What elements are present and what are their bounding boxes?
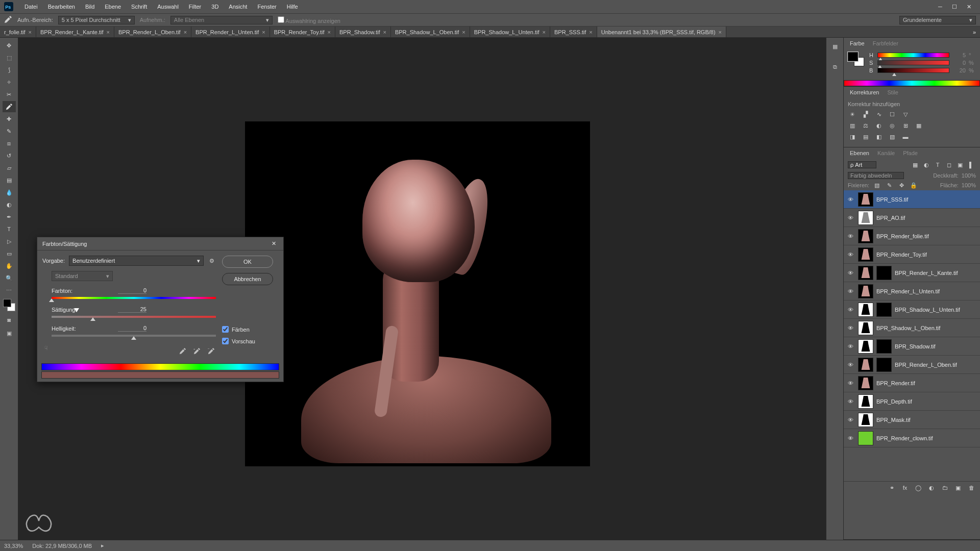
screen-mode-button[interactable]: ▣ [4,329,15,338]
layer-row[interactable]: 👁BPR_Render_clown.tif [844,429,980,447]
selective-color-icon[interactable]: ▧ [888,133,897,141]
saturation-value[interactable]: 25 [118,306,146,313]
menu-auswahl[interactable]: Auswahl [152,4,184,10]
layer-thumbnail[interactable] [858,358,873,372]
h-slider[interactable] [877,53,949,58]
blur-tool[interactable]: 💧 [3,187,16,198]
curves-icon[interactable]: ∿ [874,110,884,118]
lightness-value[interactable]: 0 [118,325,146,332]
menu-datei[interactable]: Datei [19,4,43,10]
channel-mixer-icon[interactable]: ⊞ [901,121,910,130]
path-tool[interactable]: ▷ [3,236,16,247]
tab-layers[interactable]: Ebenen [846,149,873,157]
tab-close-icon[interactable]: × [589,29,592,35]
exposure-icon[interactable]: ☐ [888,110,897,118]
tab-overflow-icon[interactable]: » [969,27,980,37]
layer-row[interactable]: 👁BPR_Render_folie.tif [844,227,980,245]
healing-tool[interactable]: ✚ [3,113,16,124]
layer-visibility-icon[interactable]: 👁 [846,288,855,294]
color-lookup-icon[interactable]: ▦ [914,121,923,130]
layer-row[interactable]: 👁BPR_Depth.tif [844,392,980,411]
layer-visibility-icon[interactable]: 👁 [846,362,855,368]
document-tab[interactable]: BPR_Render_L_Kante.tif× [36,27,114,37]
delete-layer-icon[interactable]: 🗑 [967,484,976,492]
edit-select[interactable]: Standard▾ [52,271,113,281]
window-maximize-button[interactable]: ☐ [947,2,962,11]
color-ramp[interactable] [844,80,980,86]
menu-bearbeiten[interactable]: Bearbeiten [43,4,80,10]
window-minimize-button[interactable]: ─ [933,2,947,11]
dialog-close-button[interactable]: ✕ [269,239,278,248]
tab-close-icon[interactable]: × [719,29,722,35]
dodge-tool[interactable]: ◐ [3,199,16,210]
crop-tool[interactable]: ✂ [3,89,16,100]
tab-channels[interactable]: Kanäle [873,149,899,157]
layer-thumbnail[interactable] [858,431,873,445]
lightness-slider[interactable] [52,335,216,337]
history-brush-tool[interactable]: ↺ [3,150,16,161]
layer-visibility-icon[interactable]: 👁 [846,233,855,239]
levels-icon[interactable]: ▞ [861,110,870,118]
layer-visibility-icon[interactable]: 👁 [846,270,855,276]
tab-styles[interactable]: Stile [883,88,902,96]
layer-row[interactable]: 👁BPR_AO.tif [844,209,980,227]
preset-gear-icon[interactable]: ⚙ [208,257,216,265]
doc-size[interactable]: Dok: 22,9 MB/306,0 MB [32,543,92,549]
zoom-tool[interactable]: 🔍 [3,272,16,284]
tab-swatches[interactable]: Farbfelder [869,39,902,47]
adjustment-layer-icon[interactable]: ◐ [927,484,936,492]
eyedropper-tool[interactable] [3,101,16,112]
pen-tool[interactable]: ✒ [3,211,16,222]
eraser-tool[interactable]: ▱ [3,162,16,173]
status-arrow-icon[interactable]: ▸ [101,542,104,549]
hue-value[interactable]: 0 [118,287,146,294]
sample-layers-select[interactable]: Alle Ebenen▾ [170,16,273,24]
lasso-tool[interactable]: ⟆ [3,64,16,76]
link-layers-icon[interactable]: ⚭ [887,484,896,492]
document-tab[interactable]: BPR_Shadow.tif× [335,27,391,37]
shape-tool[interactable]: ▭ [3,248,16,259]
layer-thumbnail[interactable] [858,339,873,354]
lock-pixels-icon[interactable]: ✎ [885,181,894,189]
photo-filter-icon[interactable]: ◎ [888,121,897,130]
colorize-checkbox[interactable]: Färben [222,326,250,333]
hue-slider[interactable] [52,297,216,299]
marquee-tool[interactable]: ⬚ [3,52,16,63]
layer-row[interactable]: 👁BPR_Render_L_Kante.tif [844,264,980,282]
fx-icon[interactable]: fx [900,484,910,492]
tab-paths[interactable]: Pfade [899,149,922,157]
gradient-tool[interactable]: ▤ [3,174,16,186]
hand-tool[interactable]: ✋ [3,260,16,271]
posterize-icon[interactable]: ▤ [861,133,870,141]
layer-thumbnail[interactable] [858,321,873,335]
eyedropper-set-icon[interactable] [178,347,187,355]
tab-close-icon[interactable]: × [107,29,110,35]
tab-close-icon[interactable]: × [262,29,265,35]
hue-sat-icon[interactable]: ▥ [848,121,857,130]
quick-mask-button[interactable]: ◙ [4,315,15,324]
layer-visibility-icon[interactable]: 👁 [846,215,855,221]
layer-row[interactable]: 👁BPR_Mask.tif [844,411,980,429]
layer-thumbnail[interactable] [858,303,873,317]
blend-mode-select[interactable]: Farbig abwedeln [848,172,904,179]
ok-button[interactable]: OK [222,256,273,268]
tab-close-icon[interactable]: × [543,29,546,35]
stamp-tool[interactable]: ⧇ [3,138,16,149]
workspace-select[interactable]: Grundelemente▾ [899,16,976,24]
layer-thumbnail[interactable] [858,413,873,427]
brightness-icon[interactable]: ☀ [848,110,857,118]
scrubber-icon[interactable]: ☟ [44,345,54,354]
fill-value[interactable]: 100% [962,182,976,188]
menu-fenster[interactable]: Fenster [252,4,281,10]
layer-row[interactable]: 👁BPR_Render_L_Oben.tif [844,356,980,374]
filter-adjust-icon[interactable]: ◐ [922,161,931,169]
layer-thumbnail[interactable] [858,192,873,207]
document-tab[interactable]: BPR_Shadow_L_Unten.tif× [470,27,550,37]
lock-transparency-icon[interactable]: ▧ [872,181,881,189]
layer-row[interactable]: 👁BPR_Render_L_Unten.tif [844,282,980,300]
layer-thumbnail[interactable] [858,266,873,280]
layer-mask-thumbnail[interactable] [876,358,892,372]
menu-bild[interactable]: Bild [80,4,100,10]
tab-adjustments[interactable]: Korrekturen [846,88,883,96]
tab-close-icon[interactable]: × [29,29,32,35]
